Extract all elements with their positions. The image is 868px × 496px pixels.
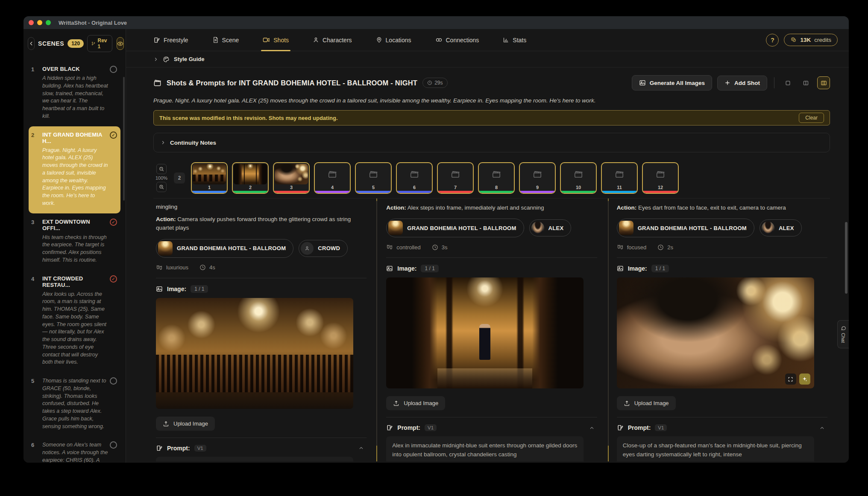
shot-thumbnail-number: 5 (356, 185, 391, 190)
shot-image-doorway[interactable] (386, 277, 584, 388)
clapperboard-icon (439, 164, 472, 184)
upload-icon (163, 420, 169, 427)
help-button[interactable]: ? (766, 34, 779, 47)
character-chip[interactable]: ALEX (760, 219, 802, 236)
prompt-version-badge: V1 (425, 424, 437, 431)
three-column-view-button[interactable] (817, 76, 830, 89)
generate-all-images-button[interactable]: Generate All Images (632, 75, 712, 90)
tab-scene[interactable]: Scene (212, 29, 239, 51)
prompt-text[interactable]: Alex in immaculate midnight-blue suit en… (386, 436, 584, 461)
palette-icon (163, 56, 170, 63)
revision-button[interactable]: Rev 1 (87, 35, 112, 52)
style-guide-row[interactable]: Style Guide (126, 51, 849, 67)
shot-image-ballroom[interactable] (156, 298, 353, 409)
zoom-window-button[interactable] (46, 20, 51, 25)
clear-warning-button[interactable]: Clear (799, 113, 824, 123)
collapse-sidebar-button[interactable] (28, 37, 35, 50)
image-label: Image: (397, 265, 416, 272)
title-bar: WrittaShot - Original Love (23, 16, 849, 29)
shot-thumbnail-3[interactable]: 3 (273, 162, 310, 194)
zoom-out-button[interactable] (156, 164, 167, 174)
divider (386, 417, 597, 417)
scene-item-5[interactable]: 5 Thomas is standing next to GRACE (50, … (29, 372, 120, 436)
scene-item-3[interactable]: 3 EXT DOWNTOWN OFFI... His team checks i… (29, 213, 120, 270)
two-column-view-button[interactable] (799, 76, 812, 89)
upload-image-button[interactable]: Upload Image (617, 396, 676, 410)
tab-locations[interactable]: Locations (376, 29, 411, 51)
single-column-view-button[interactable] (781, 76, 794, 89)
prompt-header: Prompt: V1 (386, 424, 597, 431)
visibility-toggle-button[interactable] (117, 37, 124, 50)
mood-label: luxurious (166, 264, 188, 271)
shot-thumbnail-7[interactable]: 7 (437, 162, 474, 194)
minimize-window-button[interactable] (37, 20, 42, 25)
column-divider (376, 198, 377, 461)
scene-item-2-selected[interactable]: 2 INT GRAND BOHEMIA H... Prague. Night. … (29, 126, 120, 213)
fullscreen-button[interactable] (785, 373, 796, 385)
shot-thumbnail-4[interactable]: 4 (314, 162, 351, 194)
scene-description: His team checks in through the earpiece.… (42, 234, 108, 264)
shot-thumbnail-10[interactable]: 10 (560, 162, 597, 194)
upload-image-button[interactable]: Upload Image (156, 417, 215, 431)
shot-thumbnail-5[interactable]: 5 (355, 162, 392, 194)
continuity-notes-row[interactable]: Continuity Notes (153, 133, 830, 152)
character-chip[interactable]: CROWD (299, 240, 348, 257)
upload-image-label: Upload Image (404, 400, 438, 406)
collapse-chevron-up-icon[interactable] (358, 445, 364, 451)
action-text: Eyes dart from face to face, exit to exi… (638, 204, 786, 211)
shot-thumbnail-1[interactable]: 1 (191, 162, 228, 194)
shot-thumbnail-12[interactable]: 12 (642, 162, 679, 194)
location-chip[interactable]: GRAND BOHEMIA HOTEL - BALLROOM (156, 239, 293, 258)
upload-image-button[interactable]: Upload Image (386, 396, 445, 410)
shot-thumbnail-8[interactable]: 8 (478, 162, 515, 194)
shot-thumbnail-2[interactable]: 2 (232, 162, 269, 194)
location-chip[interactable]: GRAND BOHEMIA HOTEL - BALLROOM (617, 219, 754, 237)
location-chip[interactable]: GRAND BOHEMIA HOTEL - BALLROOM (386, 219, 524, 237)
shot-thumbnail-9[interactable]: 9 (519, 162, 556, 194)
shot-thumbnail-number: 11 (602, 185, 637, 190)
shot-thumbnail-11[interactable]: 11 (601, 162, 638, 194)
shot-thumbnail-number: 8 (479, 185, 514, 190)
tab-shots-active[interactable]: Shots (263, 29, 289, 51)
tab-connections[interactable]: Connections (435, 29, 479, 51)
shot-image-closeup[interactable] (617, 277, 814, 388)
tab-freestyle[interactable]: Freestyle (153, 29, 188, 51)
zoom-in-button[interactable] (156, 182, 167, 192)
add-shot-button[interactable]: Add Shot (717, 76, 767, 90)
shot-color-bar (602, 191, 637, 193)
shot-thumbnail-number: 6 (397, 185, 432, 190)
chat-tab[interactable]: Chat (837, 320, 849, 348)
sidebar-scrollbar[interactable] (123, 77, 125, 201)
prompt-text[interactable]: Sweeping wide establishing shot of chand… (156, 457, 353, 462)
duration-label: 2s (667, 244, 673, 251)
person-icon (313, 37, 319, 43)
scene-number: 2 (31, 131, 42, 207)
link-icon (435, 36, 443, 44)
main-scrollbar[interactable] (845, 222, 847, 294)
shot-thumbnail-6[interactable]: 6 (396, 162, 433, 194)
scene-description-line: Prague. Night. A luxury hotel gala. ALEX… (153, 97, 830, 104)
prompt-text[interactable]: Close-up of a sharp-featured man's face … (617, 436, 814, 461)
shot-meta: luxurious 4s (156, 264, 367, 271)
column-divider (608, 198, 609, 461)
shot-thumbnail-image (275, 164, 308, 184)
two-column-icon (803, 80, 809, 86)
clock-icon (657, 244, 664, 251)
collapse-chevron-up-icon[interactable] (589, 425, 595, 431)
notebook-pen-icon (386, 424, 393, 431)
tab-characters[interactable]: Characters (313, 29, 352, 51)
scene-item-4[interactable]: 4 INT CROWDED RESTAU... Alex looks up. A… (29, 270, 120, 373)
close-window-button[interactable] (29, 20, 34, 25)
enhance-button[interactable] (799, 373, 810, 385)
collapse-chevron-up-icon[interactable] (819, 425, 825, 431)
scene-number: 1 (31, 66, 42, 120)
character-chip[interactable]: ALEX (529, 219, 572, 236)
shot-color-bar (192, 191, 227, 193)
scene-item-6[interactable]: 6 Someone on Alex's team notices. A voic… (29, 436, 120, 463)
shot-action: Action: Alex steps into frame, immediate… (386, 204, 583, 212)
scene-item-1[interactable]: 1 OVER BLACK A hidden spot in a high bui… (29, 61, 120, 126)
shot-description-tail: mingling (156, 204, 367, 210)
credits-button[interactable]: 13K credits (784, 34, 838, 46)
tab-stats[interactable]: Stats (503, 29, 526, 51)
clock-icon (427, 80, 432, 85)
